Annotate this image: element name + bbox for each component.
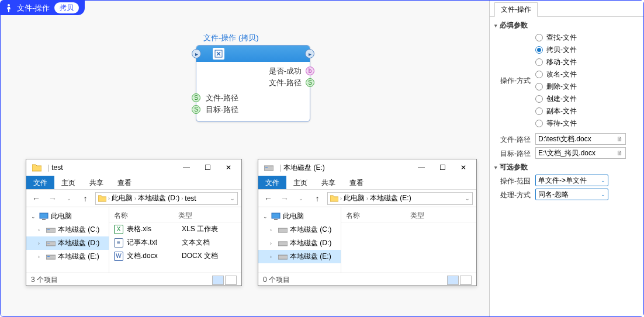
string-port-icon[interactable]: S — [306, 78, 314, 87]
radio-wait-file[interactable]: 等待-文件 — [535, 119, 639, 128]
address-bar[interactable]: › 此电脑 › 本地磁盘 (E:) ⌄ — [327, 192, 473, 205]
chevron-right-icon[interactable]: › — [366, 196, 368, 201]
tree-drive-d[interactable]: › 本地磁盘 (D:) — [258, 236, 341, 250]
breadcrumb[interactable]: 本地磁盘 (E:) — [370, 193, 411, 203]
col-name[interactable]: 名称 — [114, 211, 178, 221]
breadcrumb[interactable]: 此电脑 — [112, 193, 133, 203]
file-list[interactable]: 名称 类型 X 表格.xls XLS 工作表 ≡ 记事本.txt 文本文档 — [109, 207, 241, 273]
icons-view-button[interactable] — [225, 276, 237, 285]
chevron-down-icon[interactable]: ⌄ — [601, 177, 605, 183]
file-row[interactable]: ≡ 记事本.txt 文本文档 — [109, 236, 241, 249]
tree-this-pc[interactable]: ⌄ 此电脑 — [258, 210, 341, 223]
radio-copy-file[interactable]: 拷贝-文件 — [535, 45, 639, 55]
tree-drive-e[interactable]: › 本地磁盘 (E:) — [26, 250, 109, 263]
file-row[interactable]: W 文档.docx DOCX 文档 — [109, 249, 241, 263]
output-success[interactable]: 是否-成功 b — [196, 65, 310, 77]
minimize-button[interactable]: — — [411, 161, 432, 174]
scope-select[interactable]: 单文件->单文件 ⌄ — [535, 175, 608, 186]
file-list[interactable]: 名称 类型 — [341, 207, 476, 273]
address-bar[interactable]: › 此电脑 › 本地磁盘 (D:) › test ⌄ — [95, 192, 238, 205]
optional-section-head[interactable]: ▾ 可选参数 — [494, 162, 639, 172]
exec-in-port[interactable]: ▸ — [192, 49, 201, 58]
ribbon-home-tab[interactable]: 主页 — [54, 176, 82, 189]
expand-icon[interactable]: › — [38, 241, 44, 246]
collapse-icon[interactable]: ▾ — [494, 165, 497, 170]
tree-drive-c[interactable]: › 本地磁盘 (C:) — [26, 223, 109, 236]
breadcrumb[interactable]: 本地磁盘 (D:) — [138, 193, 179, 203]
titlebar[interactable]: | test — ☐ ✕ — [26, 159, 241, 176]
ribbon-home-tab[interactable]: 主页 — [286, 176, 314, 189]
icons-view-button[interactable] — [460, 276, 472, 285]
string-port-icon[interactable]: S — [192, 105, 200, 114]
recent-dropdown[interactable]: ⌄ — [63, 196, 75, 201]
nav-tree[interactable]: ⌄ 此电脑 › 本地磁盘 (C:) › 本地磁盘 (D:) — [258, 207, 341, 273]
tree-this-pc[interactable]: ⌄ 此电脑 — [26, 210, 109, 223]
ribbon-share-tab[interactable]: 共享 — [314, 176, 342, 189]
exec-out-port[interactable]: ▸ — [305, 49, 314, 58]
close-button[interactable]: ✕ — [453, 161, 474, 174]
col-name[interactable]: 名称 — [346, 211, 410, 221]
target-path-input[interactable]: E:\文档_拷贝.docx 🗎 — [535, 147, 626, 159]
input-targetpath[interactable]: S 目标-路径 — [196, 104, 310, 116]
recent-dropdown[interactable]: ⌄ — [295, 196, 307, 201]
ribbon-view-tab[interactable]: 查看 — [110, 176, 139, 189]
expand-icon[interactable]: › — [270, 254, 276, 260]
bool-port-icon[interactable]: b — [306, 67, 314, 75]
list-header[interactable]: 名称 类型 — [109, 210, 241, 222]
up-button[interactable]: ↑ — [79, 194, 92, 203]
ribbon-file-tab[interactable]: 文件 — [258, 176, 286, 189]
back-button[interactable]: ← — [262, 194, 275, 203]
up-button[interactable]: ↑ — [311, 194, 324, 203]
collapse-icon[interactable]: ⌄ — [31, 214, 37, 220]
radio-dup-file[interactable]: 副本-文件 — [535, 106, 639, 116]
chevron-down-icon[interactable]: ⌄ — [601, 191, 605, 197]
nav-tree[interactable]: ⌄ 此电脑 › 本地磁盘 (C:) › 本地磁盘 (D:) — [26, 207, 109, 273]
browse-icon[interactable]: 🗎 — [617, 135, 623, 142]
canvas[interactable]: 文件-操作 拷贝 文件-操作 (拷贝) ▸ ▸ 是否-成功 b 文件-路径 S — [1, 1, 489, 316]
input-filepath[interactable]: S 文件-路径 — [196, 92, 310, 104]
string-port-icon[interactable]: S — [192, 93, 200, 102]
breadcrumb[interactable]: test — [185, 194, 196, 203]
file-op-node[interactable]: 文件-操作 (拷贝) ▸ ▸ 是否-成功 b 文件-路径 S — [196, 45, 310, 122]
tree-drive-c[interactable]: › 本地磁盘 (C:) — [258, 223, 341, 236]
list-header[interactable]: 名称 类型 — [341, 210, 476, 222]
expand-icon[interactable]: › — [38, 254, 44, 260]
forward-button[interactable]: → — [46, 194, 59, 203]
details-view-button[interactable] — [447, 276, 459, 285]
ribbon-view-tab[interactable]: 查看 — [342, 176, 371, 189]
ribbon-file-tab[interactable]: 文件 — [26, 176, 54, 189]
handle-select[interactable]: 同名-忽略 ⌄ — [535, 189, 608, 200]
browse-icon[interactable]: 🗎 — [617, 149, 623, 156]
chevron-down-icon[interactable]: ⌄ — [465, 196, 470, 201]
file-row[interactable]: X 表格.xls XLS 工作表 — [109, 222, 241, 236]
radio-find-file[interactable]: 查找-文件 — [535, 33, 639, 43]
minimize-button[interactable]: — — [176, 161, 197, 174]
details-view-button[interactable] — [212, 276, 224, 285]
expand-icon[interactable]: › — [270, 241, 276, 246]
chevron-right-icon[interactable]: › — [181, 196, 183, 201]
col-type[interactable]: 类型 — [178, 211, 192, 221]
output-filepath[interactable]: 文件-路径 S — [196, 77, 310, 89]
forward-button[interactable]: → — [278, 194, 291, 203]
maximize-button[interactable]: ☐ — [197, 161, 218, 174]
titlebar[interactable]: | 本地磁盘 (E:) — ☐ ✕ — [258, 159, 476, 176]
collapse-icon[interactable]: ⌄ — [263, 214, 269, 220]
radio-delete-file[interactable]: 删除-文件 — [535, 82, 639, 92]
file-path-input[interactable]: D:\test\文档.docx 🗎 — [535, 133, 626, 145]
radio-move-file[interactable]: 移动-文件 — [535, 57, 639, 67]
panel-tab[interactable]: 文件-操作 — [494, 2, 538, 17]
expand-icon[interactable]: › — [38, 227, 44, 233]
required-section-head[interactable]: ▾ 必填参数 — [494, 20, 639, 30]
tree-drive-d[interactable]: › 本地磁盘 (D:) — [26, 236, 109, 250]
chevron-right-icon[interactable]: › — [340, 196, 342, 201]
maximize-button[interactable]: ☐ — [432, 161, 453, 174]
chevron-right-icon[interactable]: › — [134, 196, 136, 201]
breadcrumb[interactable]: 此电脑 — [344, 193, 365, 203]
ribbon-share-tab[interactable]: 共享 — [82, 176, 110, 189]
close-button[interactable]: ✕ — [218, 161, 239, 174]
back-button[interactable]: ← — [30, 194, 43, 203]
tree-drive-e[interactable]: › 本地磁盘 (E:) — [258, 250, 341, 263]
chevron-down-icon[interactable]: ⌄ — [230, 196, 235, 201]
chevron-right-icon[interactable]: › — [108, 196, 110, 201]
collapse-icon[interactable]: ▾ — [494, 23, 497, 29]
